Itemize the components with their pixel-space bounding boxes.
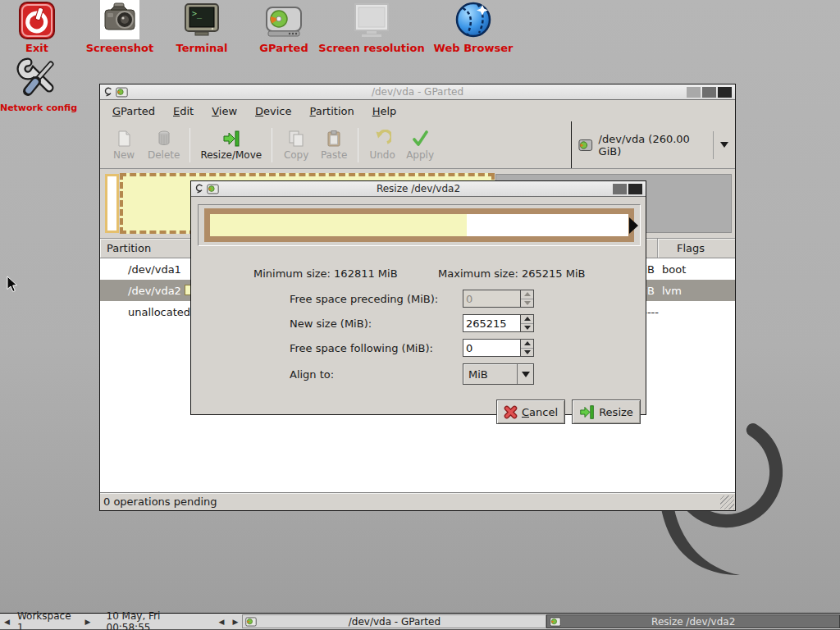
new-size-input[interactable] bbox=[463, 315, 520, 331]
spin-down-icon[interactable] bbox=[521, 348, 533, 357]
partition-block-vda1[interactable] bbox=[105, 174, 119, 233]
menu-rest: evice bbox=[263, 105, 291, 117]
partition-name: /dev/vda1 bbox=[100, 263, 181, 276]
free-space-following-input[interactable] bbox=[463, 340, 520, 356]
toolbar-label: Resize/Move bbox=[200, 149, 262, 161]
desktop-icon-label: Exit bbox=[25, 42, 48, 54]
mouse-cursor bbox=[7, 276, 18, 293]
menu-accel: V bbox=[212, 105, 219, 117]
free-space-following-label: Free space following (MiB): bbox=[290, 342, 433, 354]
align-to-combobox[interactable]: MiB bbox=[463, 363, 534, 385]
free-space-following-spinner[interactable] bbox=[463, 339, 534, 357]
task-label: /dev/vda - GParted bbox=[243, 616, 546, 628]
new-size-spinner[interactable] bbox=[463, 314, 534, 332]
desktop-icon-screenshot[interactable]: Screenshot bbox=[82, 0, 158, 54]
partition-name: /dev/vda2 bbox=[100, 285, 181, 297]
right-resize-handle-icon[interactable] bbox=[629, 217, 638, 234]
menu-help[interactable]: Help bbox=[365, 103, 404, 120]
delete-button[interactable]: Delete bbox=[143, 128, 185, 162]
menu-partition[interactable]: Partition bbox=[303, 103, 362, 120]
menu-gparted[interactable]: GParted bbox=[105, 103, 162, 120]
menu-device[interactable]: Device bbox=[248, 103, 299, 120]
column-header-flags[interactable]: Flags bbox=[657, 239, 735, 258]
close-button[interactable] bbox=[718, 87, 732, 98]
desktop-icon-screen-resolution[interactable]: Screen resolution bbox=[315, 3, 428, 54]
undo-icon bbox=[373, 130, 391, 148]
tasklist-next-button[interactable]: ▶ bbox=[229, 614, 243, 629]
resize-move-icon bbox=[222, 130, 240, 148]
desktop-icon-label: GParted bbox=[259, 42, 308, 54]
tasklist-prev-button[interactable]: ◀ bbox=[215, 614, 229, 629]
menu-edit[interactable]: Edit bbox=[166, 103, 201, 120]
spin-up-icon[interactable] bbox=[521, 340, 533, 348]
device-label: /dev/vda (260.00 GiB) bbox=[599, 133, 707, 158]
desktop-icon-label: Terminal bbox=[176, 42, 228, 54]
svg-text:>_: >_ bbox=[192, 9, 203, 19]
copy-button[interactable]: Copy bbox=[277, 128, 315, 162]
new-partition-icon bbox=[115, 130, 133, 148]
apply-button[interactable]: Apply bbox=[401, 128, 439, 162]
field-row-following: Free space following (MiB): bbox=[191, 338, 646, 358]
dialog-titlebar[interactable]: Resize /dev/vda2 bbox=[191, 181, 646, 197]
menu-view[interactable]: View bbox=[204, 103, 244, 120]
workspace-next-button[interactable]: ▶ bbox=[81, 614, 95, 629]
camera-icon bbox=[99, 0, 140, 39]
statusbar: 0 operations pending bbox=[100, 492, 735, 510]
monitor-icon bbox=[352, 3, 391, 39]
exit-power-icon bbox=[19, 2, 55, 39]
minimum-size-label: Minimum size: 162811 MiB bbox=[253, 267, 398, 280]
resize-slider[interactable] bbox=[198, 204, 641, 246]
chevron-down-icon bbox=[720, 142, 728, 148]
copy-icon bbox=[287, 130, 305, 148]
undo-button[interactable]: Undo bbox=[363, 128, 401, 162]
delete-partition-icon bbox=[155, 130, 173, 148]
debian-swirl-icon bbox=[194, 183, 204, 194]
maximize-button[interactable] bbox=[613, 184, 627, 194]
partition-name: unallocated bbox=[100, 306, 190, 318]
taskbar-task-resize-dialog[interactable]: Resize /dev/vda2 bbox=[546, 614, 840, 628]
paste-button[interactable]: Paste bbox=[315, 128, 353, 162]
desktop-icon-terminal[interactable]: >_ Terminal bbox=[167, 3, 237, 54]
menu-accel: G bbox=[112, 105, 121, 117]
resize-button[interactable]: Resize bbox=[572, 399, 641, 424]
workspace-label: Workspace 1 bbox=[14, 614, 81, 629]
align-to-value: MiB bbox=[463, 368, 517, 381]
paste-icon bbox=[325, 130, 343, 148]
menu-accel: D bbox=[255, 105, 263, 117]
menu-accel: E bbox=[173, 105, 180, 117]
apply-check-icon bbox=[411, 130, 429, 148]
desktop-icon-exit[interactable]: Exit bbox=[10, 2, 64, 54]
close-button[interactable] bbox=[628, 184, 642, 194]
menubar: GParted Edit View Device Partition Help bbox=[100, 100, 735, 121]
desktop-icon-network-config[interactable]: Network config bbox=[2, 57, 75, 113]
terminal-icon: >_ bbox=[185, 3, 219, 39]
toolbar-label: Copy bbox=[284, 149, 308, 161]
toolbar-label: Undo bbox=[369, 149, 395, 161]
spin-up-icon bbox=[521, 290, 533, 299]
maximize-button[interactable] bbox=[702, 87, 716, 98]
workspace-prev-button[interactable]: ◀ bbox=[0, 614, 14, 629]
spin-up-icon[interactable] bbox=[521, 315, 533, 323]
tools-icon bbox=[15, 57, 62, 100]
gparted-titlebar[interactable]: /dev/vda - GParted bbox=[100, 84, 735, 100]
minimize-button[interactable] bbox=[687, 87, 701, 98]
taskbar-task-gparted[interactable]: /dev/vda - GParted bbox=[242, 614, 546, 628]
cancel-button[interactable]: Cancel bbox=[496, 399, 565, 424]
maximum-size-label: Maximum size: 265215 MiB bbox=[438, 267, 585, 280]
disk-icon bbox=[578, 139, 593, 152]
new-button[interactable]: New bbox=[105, 128, 143, 162]
menu-rest: dit bbox=[180, 105, 194, 117]
spin-down-icon[interactable] bbox=[521, 323, 533, 332]
gparted-mini-icon bbox=[116, 87, 128, 98]
free-space-preceding-label: Free space preceding (MiB): bbox=[290, 293, 438, 305]
align-to-label: Align to: bbox=[290, 368, 334, 381]
device-selector[interactable]: /dev/vda (260.00 GiB) bbox=[571, 121, 735, 168]
free-space-preceding-input bbox=[463, 290, 520, 307]
desktop-icon-gparted[interactable]: GParted bbox=[253, 5, 315, 54]
resize-grip[interactable] bbox=[720, 495, 734, 509]
chevron-down-icon bbox=[522, 372, 530, 377]
spin-down-icon bbox=[521, 299, 533, 308]
desktop-icon-web-browser[interactable]: Web Browser bbox=[428, 0, 518, 54]
taskbar: ◀ Workspace 1 ▶ 10 May, Fri 00:58:55 ◀ ▶… bbox=[0, 613, 840, 630]
resize-move-button[interactable]: Resize/Move bbox=[195, 128, 267, 162]
